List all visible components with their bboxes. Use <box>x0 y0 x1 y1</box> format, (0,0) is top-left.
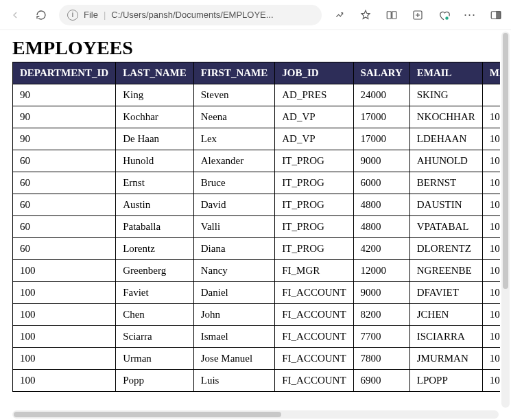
table-row: 90KochharNeenaAD_VP17000NKOCHHAR100 <box>13 106 501 128</box>
table-cell: Nancy <box>193 260 275 282</box>
col-department-id: DEPARTMENT_ID <box>13 62 116 84</box>
table-cell: Greenberg <box>116 260 194 282</box>
table-cell: 102 <box>482 150 500 172</box>
table-cell: Lorentz <box>116 238 194 260</box>
table-cell: Pataballa <box>116 216 194 238</box>
browser-toolbar: i File | C:/Users/pansh/Documents/EMPLOY… <box>0 0 511 30</box>
sidebar-toggle-button[interactable] <box>488 7 504 23</box>
table-cell: 100 <box>482 128 500 150</box>
table-cell: 108 <box>482 370 500 392</box>
table-cell: FI_ACCOUNT <box>275 326 353 348</box>
table-cell: Luis <box>193 370 275 392</box>
split-screen-button[interactable] <box>383 7 400 23</box>
col-email: EMAIL <box>409 62 482 84</box>
table-cell: 60 <box>13 194 116 216</box>
address-separator: | <box>104 10 106 20</box>
read-aloud-button[interactable] <box>331 7 348 23</box>
table-row: 100GreenbergNancyFI_MGR12000NGREENBE101 <box>13 260 501 282</box>
table-cell: FI_ACCOUNT <box>275 282 353 304</box>
table-cell: AHUNOLD <box>409 150 482 172</box>
table-cell: JMURMAN <box>409 348 482 370</box>
table-cell: 9000 <box>353 282 409 304</box>
table-cell: Jose Manuel <box>193 348 275 370</box>
table-cell: IT_PROG <box>275 238 353 260</box>
table-cell: NGREENBE <box>409 260 482 282</box>
table-cell: DAUSTIN <box>409 194 482 216</box>
table-cell: 24000 <box>353 84 409 106</box>
vertical-scroll-thumb[interactable] <box>503 33 508 289</box>
table-cell: 60 <box>13 238 116 260</box>
horizontal-scroll-thumb[interactable] <box>14 412 281 417</box>
table-cell: 17000 <box>353 128 409 150</box>
table-cell: Neena <box>193 106 275 128</box>
table-cell: Austin <box>116 194 194 216</box>
table-cell: Daniel <box>193 282 275 304</box>
svg-point-3 <box>445 16 449 20</box>
table-cell: DLORENTZ <box>409 238 482 260</box>
address-bar[interactable]: i File | C:/Users/pansh/Documents/EMPLOY… <box>59 5 322 25</box>
table-cell: FI_MGR <box>275 260 353 282</box>
table-row: 100ChenJohnFI_ACCOUNT8200JCHEN108 <box>13 304 501 326</box>
table-cell: 103 <box>482 172 500 194</box>
table-cell: Ismael <box>193 326 275 348</box>
collections-button[interactable] <box>409 7 426 23</box>
table-row: 90De HaanLexAD_VP17000LDEHAAN100 <box>13 128 501 150</box>
table-cell: David <box>193 194 275 216</box>
table-cell: King <box>116 84 194 106</box>
table-cell: 100 <box>13 260 116 282</box>
table-cell: 4800 <box>353 216 409 238</box>
info-icon: i <box>67 10 78 21</box>
table-cell: 4800 <box>353 194 409 216</box>
table-cell: Chen <box>116 304 194 326</box>
table-cell: SKING <box>409 84 482 106</box>
address-prefix: File <box>84 10 98 20</box>
table-row: 100SciarraIsmaelFI_ACCOUNT7700ISCIARRA10… <box>13 326 501 348</box>
table-row: 60LorentzDianaIT_PROG4200DLORENTZ103 <box>13 238 501 260</box>
table-cell: 17000 <box>353 106 409 128</box>
table-cell: Sciarra <box>116 326 194 348</box>
refresh-button[interactable] <box>33 7 49 23</box>
table-row: 60AustinDavidIT_PROG4800DAUSTIN103 <box>13 194 501 216</box>
table-cell: 90 <box>13 106 116 128</box>
table-cell: Lex <box>193 128 275 150</box>
page-heading: EMPLOYEES <box>12 37 488 59</box>
table-cell: 101 <box>482 260 500 282</box>
table-cell: John <box>193 304 275 326</box>
table-cell: Alexander <box>193 150 275 172</box>
table-cell <box>482 84 500 106</box>
table-cell: 108 <box>482 282 500 304</box>
svg-rect-0 <box>387 11 391 19</box>
table-cell: 6900 <box>353 370 409 392</box>
favorite-button[interactable] <box>357 7 374 23</box>
table-row: 100FavietDanielFI_ACCOUNT9000DFAVIET108 <box>13 282 501 304</box>
table-cell: 100 <box>13 370 116 392</box>
table-cell: AD_PRES <box>275 84 353 106</box>
table-cell: AD_VP <box>275 106 353 128</box>
table-cell: JCHEN <box>409 304 482 326</box>
table-cell: 9000 <box>353 150 409 172</box>
svg-rect-5 <box>497 11 501 19</box>
table-cell: 100 <box>13 304 116 326</box>
table-cell: AD_VP <box>275 128 353 150</box>
table-cell: 60 <box>13 150 116 172</box>
table-cell: Steven <box>193 84 275 106</box>
table-cell: LDEHAAN <box>409 128 482 150</box>
horizontal-scrollbar[interactable] <box>12 410 499 419</box>
col-job-id: JOB_ID <box>275 62 353 84</box>
table-cell: 7800 <box>353 348 409 370</box>
col-salary: SALARY <box>353 62 409 84</box>
table-cell: NKOCHHAR <box>409 106 482 128</box>
table-row: 60PataballaValliIT_PROG4800VPATABAL103 <box>13 216 501 238</box>
more-button[interactable]: ··· <box>462 7 478 23</box>
table-cell: IT_PROG <box>275 194 353 216</box>
back-button[interactable] <box>7 7 23 23</box>
table-cell: Faviet <box>116 282 194 304</box>
table-cell: 12000 <box>353 260 409 282</box>
extension-button[interactable] <box>436 7 452 23</box>
table-row: 90KingStevenAD_PRES24000SKING <box>13 84 501 106</box>
table-cell: Bruce <box>193 172 275 194</box>
col-last-name: LAST_NAME <box>116 62 194 84</box>
table-cell: ISCIARRA <box>409 326 482 348</box>
vertical-scrollbar[interactable] <box>501 32 510 408</box>
table-cell: IT_PROG <box>275 216 353 238</box>
